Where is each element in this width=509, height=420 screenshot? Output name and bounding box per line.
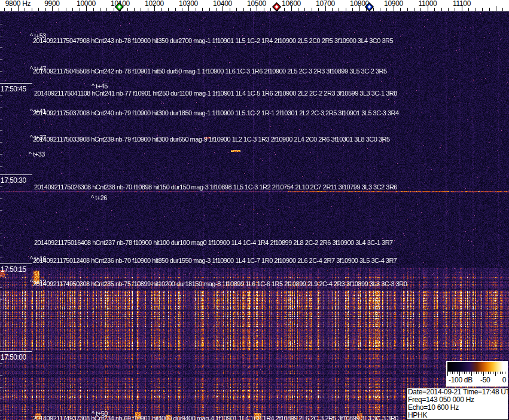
db-label-mid: -50 (480, 376, 490, 384)
echo-time-marker: ^ t+33 (29, 151, 45, 158)
freq-tick (489, 8, 490, 11)
freq-tick (332, 8, 333, 11)
db-tick (481, 372, 481, 374)
db-gradient-bar (447, 362, 507, 372)
echo-time-marker: ^ t+12 (30, 278, 46, 286)
db-tick (447, 372, 448, 376)
db-tick (490, 372, 491, 374)
freq-tick (407, 8, 408, 11)
time-minor-tick (0, 36, 2, 36)
freq-tick (318, 8, 319, 11)
echo-log-line: 20140921175026308 hCnt238 nb-70 f10898 h… (34, 183, 397, 191)
freq-tick (434, 8, 435, 11)
time-minor-tick (0, 363, 2, 364)
freq-tick (496, 6, 496, 11)
freq-tick (4, 8, 5, 11)
echo-time-marker: ^ t+50 (92, 410, 108, 417)
freq-tick (243, 8, 244, 11)
freq-tick (100, 8, 100, 11)
db-tick (459, 372, 460, 376)
freq-tick (400, 8, 401, 11)
freq-tick (346, 8, 346, 11)
db-tick (455, 372, 455, 374)
time-minor-tick (0, 198, 2, 199)
freq-label: 10400 (213, 0, 232, 8)
db-tick (471, 372, 472, 376)
info-station-id: HPHK (408, 412, 508, 419)
echo-log-line: 20140921175041108 hCnt241 nb-77 f10901 h… (34, 90, 397, 97)
freq-tick (414, 8, 414, 11)
db-tick (488, 372, 489, 374)
echo-log-line: 20140921175037008 hCnt240 nb-79 f10900 h… (33, 109, 399, 117)
time-label: 17:50:45 (1, 85, 26, 93)
freq-tick (168, 8, 169, 11)
time-minor-tick (0, 71, 2, 72)
freq-label: 10900 (384, 0, 403, 8)
freq-tick (72, 8, 73, 11)
freq-label: 10000 (77, 0, 96, 8)
freq-label: 9800 Hz (5, 0, 31, 8)
freq-tick (45, 8, 46, 11)
freq-tick (11, 8, 12, 11)
db-tick (483, 372, 484, 376)
freq-tick (380, 8, 380, 11)
time-minor-tick (0, 24, 2, 24)
time-label: 17:50:15 (1, 266, 26, 274)
freq-tick (304, 8, 305, 11)
time-minor-tick (0, 186, 2, 187)
freq-tick (175, 8, 176, 11)
blue-marker-diamond-icon[interactable] (365, 2, 374, 11)
db-tick (469, 372, 470, 374)
freq-label: 10200 (145, 0, 164, 8)
db-tick (493, 372, 493, 374)
red-marker-diamond-icon[interactable] (272, 2, 281, 11)
db-tick (502, 372, 503, 374)
db-label-min: -100 dB (449, 376, 473, 384)
freq-tick (468, 8, 469, 11)
freq-tick (250, 8, 251, 11)
echo-time-marker: ^ t+47 (30, 65, 46, 72)
db-scale-legend: -100 dB -50 0 (446, 361, 508, 387)
db-tick (467, 372, 467, 374)
freq-tick (182, 8, 182, 11)
time-minor-tick (0, 287, 2, 288)
freq-tick (420, 8, 421, 11)
freq-tick (441, 8, 442, 11)
db-tick (457, 372, 458, 374)
time-minor-tick (0, 246, 2, 246)
freq-label: 10300 (179, 0, 198, 8)
freq-label: 9900 (44, 0, 60, 8)
db-label-max: 0 (502, 376, 506, 384)
time-minor-tick (0, 47, 2, 48)
freq-tick (352, 8, 353, 11)
freq-tick (134, 8, 135, 11)
frequency-scale: 9800 Hz990010000101001020010300104001050… (0, 0, 509, 11)
db-tick (505, 372, 505, 374)
freq-tick (106, 8, 107, 11)
green-marker-diamond-icon[interactable] (115, 2, 124, 11)
freq-label: 10700 (316, 0, 335, 8)
time-minor-tick (0, 257, 2, 258)
time-major-tick (0, 263, 32, 264)
freq-tick (80, 8, 80, 11)
freq-label: 11000 (419, 0, 437, 8)
db-tick (474, 372, 474, 374)
freq-tick (448, 8, 449, 11)
time-minor-tick (0, 323, 2, 323)
db-tick (500, 372, 501, 374)
db-tick (495, 372, 496, 376)
db-tick (464, 372, 465, 374)
meteor-echo-monitor: 9800 Hz990010000101001020010300104001050… (0, 0, 509, 420)
time-major-tick (0, 83, 32, 84)
echo-time-marker: ^ t+53 (30, 32, 46, 39)
time-minor-tick (0, 119, 2, 119)
freq-tick (196, 8, 196, 11)
freq-tick (264, 8, 264, 11)
time-minor-tick (0, 387, 2, 388)
freq-tick (93, 8, 94, 11)
echo-time-marker: ^ t+16 (30, 255, 46, 262)
freq-tick (482, 8, 483, 11)
time-minor-tick (0, 410, 2, 411)
time-minor-tick (0, 222, 2, 222)
time-minor-tick (0, 95, 2, 96)
